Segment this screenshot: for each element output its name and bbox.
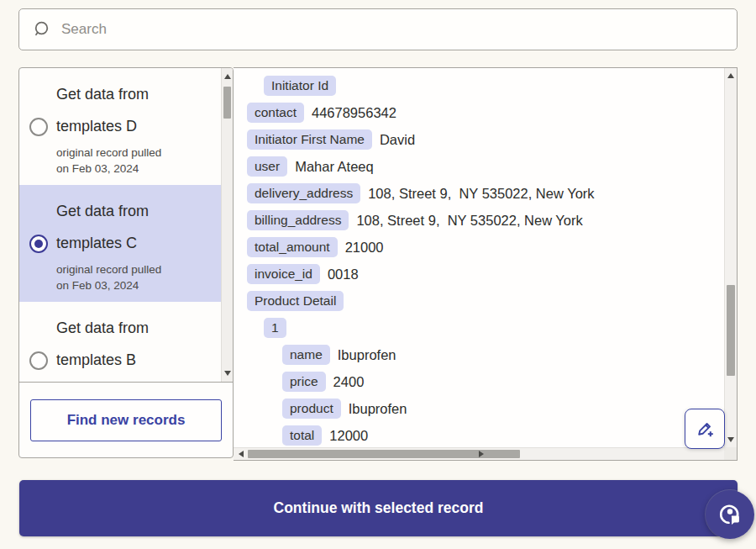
- radio-unselected-icon[interactable]: [29, 118, 48, 136]
- desc-line: original record pulled: [56, 378, 214, 382]
- record-option-text: Get data fromtemplates Boriginal record …: [53, 312, 214, 382]
- field-row: 1: [247, 317, 724, 339]
- pencil-plus-icon: [693, 417, 717, 441]
- field-row: nameIbuprofen: [247, 344, 724, 366]
- field-row: total_amount21000: [247, 236, 724, 258]
- record-option-title: Get data fromtemplates D: [56, 78, 214, 142]
- record-option-templates-c[interactable]: Get data fromtemplates Coriginal record …: [19, 185, 221, 302]
- record-list-scrollbar[interactable]: [221, 68, 233, 382]
- scroll-right-icon[interactable]: [479, 451, 484, 457]
- field-value: 2400: [333, 374, 365, 390]
- assistant-widget-button[interactable]: [706, 490, 754, 539]
- field-key-tag[interactable]: total: [282, 425, 322, 446]
- field-row: contact44678956342: [247, 102, 724, 124]
- record-option-description: original record pulledon Feb 03, 2024: [56, 378, 214, 382]
- field-row: userMahar Ateeq: [247, 156, 724, 177]
- field-key-tag[interactable]: billing_address: [247, 210, 349, 230]
- field-value: David: [380, 132, 415, 148]
- record-option-templates-d[interactable]: Get data fromtemplates Doriginal record …: [19, 68, 221, 185]
- desc-line: original record pulled: [56, 145, 214, 161]
- search-icon: [32, 20, 50, 39]
- field-row: invoice_id0018: [247, 263, 724, 285]
- record-list-panel: Get data fromtemplates Doriginal record …: [18, 67, 234, 458]
- scroll-up-icon[interactable]: [727, 73, 734, 78]
- record-list-viewport: Get data fromtemplates Doriginal record …: [19, 68, 233, 383]
- field-row: Initiator Id: [247, 75, 724, 97]
- field-value: 0018: [328, 267, 359, 282]
- field-key-tag[interactable]: Initiator First Name: [247, 129, 372, 150]
- record-option-templates-b[interactable]: Get data fromtemplates Boriginal record …: [19, 302, 221, 382]
- field-key-tag[interactable]: contact: [247, 103, 304, 123]
- detail-vertical-scrollbar[interactable]: [724, 68, 737, 447]
- continue-with-selected-record-button[interactable]: Continue with selected record: [19, 480, 738, 536]
- desc-line: on Feb 03, 2024: [56, 161, 214, 177]
- scroll-down-icon[interactable]: [224, 371, 231, 376]
- radio-selected-icon[interactable]: [29, 235, 48, 253]
- field-value: Mahar Ateeq: [295, 159, 374, 175]
- find-new-records-button[interactable]: Find new records: [30, 399, 222, 441]
- field-key-tag[interactable]: product: [282, 399, 341, 419]
- field-row: Initiator First NameDavid: [247, 129, 724, 150]
- record-option-text: Get data fromtemplates Coriginal record …: [53, 195, 214, 293]
- title-line: Get data from: [56, 312, 214, 344]
- title-line: templates B: [56, 344, 214, 376]
- field-value: 12000: [329, 428, 368, 444]
- field-key-tag[interactable]: total_amount: [247, 237, 338, 257]
- field-value: 44678956342: [312, 105, 396, 121]
- title-line: templates D: [56, 110, 214, 142]
- field-key-tag[interactable]: user: [247, 156, 287, 177]
- field-row: Product Detail: [247, 290, 724, 312]
- field-key-tag[interactable]: delivery_address: [247, 183, 360, 203]
- detail-horizontal-scrollbar[interactable]: [234, 447, 724, 460]
- edit-record-button[interactable]: [685, 409, 725, 449]
- find-records-area: Find new records: [19, 383, 233, 457]
- title-line: templates C: [56, 227, 214, 259]
- field-key-tag[interactable]: 1: [264, 318, 286, 338]
- desc-line: on Feb 03, 2024: [56, 277, 214, 293]
- field-key-tag[interactable]: price: [282, 372, 326, 392]
- record-option-title: Get data fromtemplates B: [56, 312, 214, 376]
- title-line: Get data from: [56, 78, 214, 110]
- scroll-up-icon[interactable]: [224, 74, 231, 79]
- record-list-items: Get data fromtemplates Doriginal record …: [19, 68, 221, 382]
- record-detail-panel: Initiator Idcontact44678956342Initiator …: [234, 67, 738, 461]
- scroll-left-icon[interactable]: [239, 451, 244, 457]
- record-option-description: original record pulledon Feb 03, 2024: [56, 145, 214, 177]
- radio-unselected-icon[interactable]: [29, 351, 48, 370]
- field-key-tag[interactable]: name: [282, 345, 330, 365]
- field-value: 108, Street 9, NY 535022, New York: [356, 213, 582, 229]
- field-value: 108, Street 9, NY 535022, New York: [368, 186, 594, 202]
- title-line: Get data from: [56, 195, 214, 227]
- desc-line: original record pulled: [56, 261, 214, 277]
- scrollbar-thumb[interactable]: [727, 285, 735, 376]
- field-row: billing_address108, Street 9, NY 535022,…: [247, 209, 724, 231]
- record-detail-content: Initiator Idcontact44678956342Initiator …: [234, 68, 724, 447]
- field-key-tag[interactable]: Initiator Id: [264, 76, 336, 96]
- field-key-tag[interactable]: Product Detail: [247, 291, 344, 311]
- field-key-tag[interactable]: invoice_id: [247, 264, 320, 284]
- field-value: Ibuprofen: [338, 347, 396, 363]
- field-row: total12000: [247, 425, 724, 446]
- scroll-down-icon[interactable]: [727, 437, 734, 442]
- search-bar[interactable]: Search: [18, 8, 738, 50]
- field-row: delivery_address108, Street 9, NY 535022…: [247, 182, 724, 204]
- record-option-title: Get data fromtemplates C: [56, 195, 214, 259]
- scrollbar-thumb[interactable]: [223, 87, 231, 119]
- field-value: 21000: [345, 240, 384, 256]
- chat-assistant-icon: [717, 501, 743, 528]
- search-input[interactable]: Search: [61, 21, 107, 38]
- scrollbar-corner: [724, 447, 737, 460]
- field-row: productIbuprofen: [247, 398, 724, 420]
- field-row: price2400: [247, 371, 724, 393]
- record-option-description: original record pulledon Feb 03, 2024: [56, 261, 214, 293]
- field-value: Ibuprofen: [349, 401, 407, 417]
- record-option-text: Get data fromtemplates Doriginal record …: [53, 78, 214, 177]
